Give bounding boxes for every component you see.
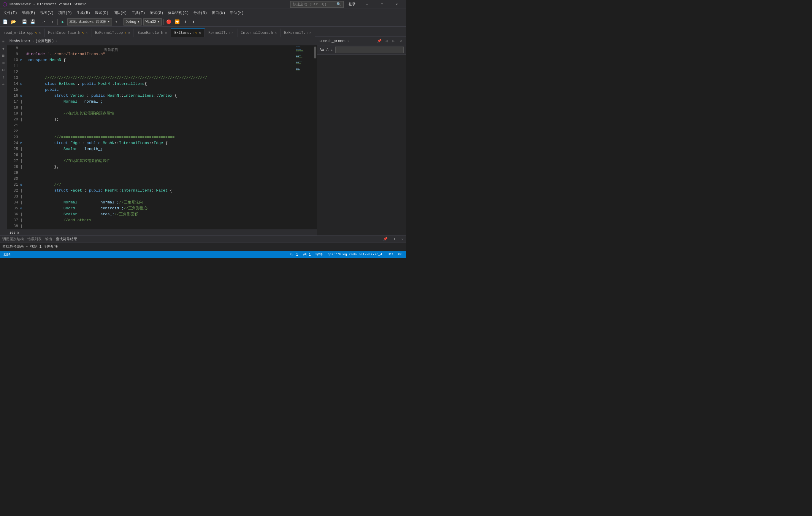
menu-team[interactable]: 团队(M) <box>111 9 129 17</box>
menu-build[interactable]: 生成(B) <box>74 9 93 17</box>
code-line-26 <box>26 152 294 158</box>
step-into-btn[interactable]: ⬇ <box>182 18 190 26</box>
new-project-btn[interactable]: 📄 <box>1 18 9 26</box>
tab-internalitems-h[interactable]: InternalItems.h ✕ <box>237 28 281 37</box>
tab-close-btn[interactable]: ✕ <box>128 31 130 35</box>
run-btn[interactable]: ▶ <box>59 18 67 26</box>
bottom-tab-call-hierarchy[interactable]: 调用层次结构 <box>2 237 24 242</box>
tab-close-btn[interactable]: ✕ <box>39 31 41 35</box>
tab-read-write-cpp[interactable]: read_write.cpp ✎ ✕ <box>0 28 45 37</box>
vertical-scrollbar[interactable] <box>313 45 317 230</box>
menu-arch[interactable]: 体系结构(C) <box>166 9 191 17</box>
config-dropdown[interactable]: Debug ▾ <box>123 19 142 26</box>
tab-close-btn[interactable]: ✕ <box>165 31 167 35</box>
close-button[interactable]: ✕ <box>390 0 404 9</box>
tab-close-btn[interactable]: ✕ <box>309 31 311 35</box>
quick-launch-search[interactable]: 快速启动 (Ctrl+Q) 🔍 <box>290 1 344 8</box>
tab-close-btn[interactable]: ✕ <box>275 31 277 35</box>
panel-nav-fwd-btn[interactable]: ▷ <box>390 38 397 44</box>
code-line-8 <box>26 45 294 51</box>
sidebar-icon-2[interactable]: ◈ <box>0 45 7 52</box>
editor-layout: ≡ ◈ ⊞ ◫ ⊟ ↕ ⇌ Meshviewer › (全局范围) › 8 9 … <box>0 37 406 236</box>
panel-nav-back-btn[interactable]: ◁ <box>383 38 389 44</box>
redo-btn[interactable]: ↪ <box>48 18 56 26</box>
bottom-tab-find-results[interactable]: 查找符号结果 <box>56 237 77 242</box>
menu-test[interactable]: 测试(S) <box>147 9 166 17</box>
menu-window[interactable]: 窗口(W) <box>209 9 228 17</box>
tab-kernelit-h[interactable]: KernelIT.h ✕ <box>205 28 237 37</box>
minimize-button[interactable]: ─ <box>360 0 374 9</box>
menu-edit[interactable]: 编辑(E) <box>20 9 38 17</box>
fold-16[interactable]: ⊟ <box>21 93 25 99</box>
bottom-panel-close-btn[interactable]: ✕ <box>402 237 404 241</box>
tab-exkernelt-h[interactable]: ExKernelT.h ✕ <box>281 28 315 37</box>
fold-24[interactable]: ⊟ <box>21 140 25 146</box>
status-ready[interactable]: 就绪 <box>2 252 12 257</box>
step-out-btn[interactable]: ⬆ <box>190 18 198 26</box>
toolbar-sep-5 <box>163 19 164 25</box>
code-line-29 <box>26 170 294 176</box>
code-line-20: }; <box>26 117 294 122</box>
code-line-34: Normal normal_;//三角形法向 <box>26 200 294 206</box>
find-input[interactable] <box>336 47 404 53</box>
sidebar-icon-6[interactable]: ↕ <box>0 74 7 80</box>
breakpoint-btn[interactable]: 🔴 <box>165 18 173 26</box>
sidebar-icon-1[interactable]: ≡ <box>0 38 7 45</box>
tab-basehandle-h[interactable]: BaseHandle.h ✕ <box>134 28 171 37</box>
tab-label: ExKernelT.cpp <box>95 31 123 35</box>
code-line-37: //add others <box>26 217 294 223</box>
panel-expand-icon[interactable]: ⊟ <box>320 39 322 43</box>
open-btn[interactable]: 📂 <box>9 18 17 26</box>
save-btn[interactable]: 💾 <box>21 18 28 26</box>
menu-help[interactable]: 帮助(H) <box>228 9 246 17</box>
breadcrumb-scope[interactable]: (全局范围) <box>35 38 54 43</box>
menu-view[interactable]: 视图(V) <box>38 9 56 17</box>
status-line[interactable]: 行 1 <box>289 252 299 257</box>
code-line-36: Scalar area_;//三角形面积 <box>26 211 294 217</box>
vs-logo: ⬡ <box>2 1 7 8</box>
dirty-indicator: ✎ <box>82 31 84 35</box>
status-col[interactable]: 列 1 <box>302 252 312 257</box>
tab-exitems-h[interactable]: ExItems.h ✎ ✕ <box>171 28 205 37</box>
tab-close-btn[interactable]: ✕ <box>86 31 88 35</box>
bottom-panel-pin-btn[interactable]: 📌 <box>383 237 387 241</box>
status-indent[interactable]: Ins <box>386 252 395 256</box>
breadcrumb-project[interactable]: Meshviewer <box>9 39 31 43</box>
dropdown-arrow-btn[interactable]: ▾ <box>113 18 120 26</box>
tab-exkernelt-cpp[interactable]: ExKernelT.cpp ✎ ✕ <box>91 28 134 37</box>
right-panel: ⊟ mesh_process 📌 ◁ ▷ ✕ Aa A ★ 当前项目 <box>317 37 406 236</box>
step-over-btn[interactable]: ⏩ <box>173 18 181 26</box>
tab-close-btn[interactable]: ✕ <box>199 31 201 35</box>
sidebar-icon-4[interactable]: ◫ <box>0 60 7 66</box>
menu-file[interactable]: 文件(F) <box>1 9 20 17</box>
code-line-9: #include "../core/InternalItems.h" <box>26 51 294 57</box>
sidebar-icon-5[interactable]: ⊟ <box>0 67 7 73</box>
fold-14[interactable]: ⊟ <box>21 81 25 87</box>
menu-tools[interactable]: 工具(T) <box>129 9 147 17</box>
code-content[interactable]: #include "../core/InternalItems.h" names… <box>25 45 295 230</box>
fold-10[interactable]: ⊟ <box>21 57 25 63</box>
fold-36[interactable]: ⊟ <box>21 206 25 211</box>
fold-32[interactable]: ⊟ <box>21 182 25 188</box>
tab-meshinterface-h[interactable]: MeshInterface.h ✎ ✕ <box>45 28 91 37</box>
sidebar-icon-7[interactable]: ⇌ <box>0 81 7 88</box>
debug-target-dropdown[interactable]: 本地 Windows 调试器 ▾ <box>67 19 112 26</box>
panel-pin-btn[interactable]: 📌 <box>376 38 382 44</box>
sidebar-icon-3[interactable]: ⊞ <box>0 53 7 59</box>
save-all-btn[interactable]: 💾 <box>29 18 36 26</box>
platform-dropdown[interactable]: Win32 ▾ <box>143 19 162 26</box>
bottom-tab-error-list[interactable]: 错误列表 <box>27 237 41 242</box>
panel-close-btn[interactable]: ✕ <box>398 38 404 44</box>
restore-button[interactable]: □ <box>375 0 389 9</box>
zoom-level[interactable]: 100 % <box>9 231 19 235</box>
scrollbar-thumb[interactable] <box>314 47 316 58</box>
bottom-tab-output[interactable]: 输出 <box>45 237 52 242</box>
code-line-13: ////////////////////////////////////////… <box>26 75 294 81</box>
menu-analyze[interactable]: 分析(N) <box>191 9 209 17</box>
bottom-panel-expand-btn[interactable]: ⬆ <box>394 237 396 241</box>
register-button[interactable]: 登录 <box>348 2 355 7</box>
menu-debug[interactable]: 调试(D) <box>93 9 111 17</box>
undo-btn[interactable]: ↩ <box>40 18 48 26</box>
menu-project[interactable]: 项目(P) <box>56 9 75 17</box>
tab-close-btn[interactable]: ✕ <box>231 31 234 35</box>
